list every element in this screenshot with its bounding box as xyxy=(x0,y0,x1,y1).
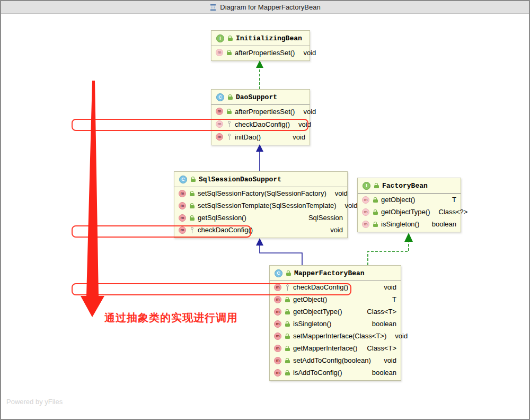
window-title: Diagram for MapperFactoryBean xyxy=(220,3,320,11)
public-lock-icon xyxy=(285,296,290,303)
class-name: FactoryBean xyxy=(382,182,428,190)
method-row[interactable]: m checkDaoConfig() void xyxy=(211,118,310,130)
method-name: getSqlSession() xyxy=(198,214,246,222)
method-return-type: void xyxy=(325,226,343,234)
method-icon: m xyxy=(274,332,281,340)
method-row[interactable]: m getObjectType() Class<?> xyxy=(358,206,461,218)
method-name: checkDaoConfig() xyxy=(293,283,348,291)
method-row[interactable]: m checkDaoConfig() void xyxy=(174,224,347,236)
method-row[interactable]: m getObject() T xyxy=(270,293,401,305)
class-header[interactable]: C DaoSupport xyxy=(211,90,310,105)
window-title-bar[interactable]: Diagram for MapperFactoryBean xyxy=(1,1,529,14)
method-icon: m xyxy=(216,108,223,115)
method-icon: m xyxy=(216,120,223,128)
method-row[interactable]: m isSingleton() boolean xyxy=(270,318,401,330)
method-row[interactable]: m getObjectType() Class<T> xyxy=(270,305,401,318)
method-row[interactable]: m setMapperInterface(Class<T>) void xyxy=(270,330,401,342)
method-name: setSqlSessionFactory(SqlSessionFactory) xyxy=(198,189,326,197)
method-row[interactable]: m setAddToConfig(boolean) void xyxy=(270,354,401,366)
method-name: setMapperInterface(Class<T>) xyxy=(293,332,386,340)
method-return-type: Class<T> xyxy=(361,308,396,316)
class-header[interactable]: C SqlSessionDaoSupport xyxy=(174,172,347,187)
method-name: getObject() xyxy=(381,196,415,204)
method-return-type: void xyxy=(390,332,408,340)
method-row[interactable]: m checkDaoConfig() void xyxy=(270,281,401,293)
class-node-factorybean[interactable]: I FactoryBean m getObject() T m getObjec… xyxy=(357,178,461,232)
method-icon: m xyxy=(274,357,281,364)
method-name: setAddToConfig(boolean) xyxy=(293,356,371,364)
method-return-type: T xyxy=(447,196,456,204)
method-icon: m xyxy=(179,202,186,209)
method-icon: m xyxy=(274,345,281,352)
protected-key-icon xyxy=(285,284,290,291)
interface-icon: I xyxy=(216,34,224,42)
method-row[interactable]: m initDao() void xyxy=(211,130,310,143)
class-icon: C xyxy=(179,176,187,183)
public-lock-icon xyxy=(285,309,290,315)
class-name: InitializingBean xyxy=(236,34,302,42)
method-return-type: void xyxy=(298,49,316,57)
method-icon: m xyxy=(179,226,186,234)
method-row[interactable]: m setSqlSessionFactory(SqlSessionFactory… xyxy=(174,187,347,199)
public-lock-icon xyxy=(285,333,290,339)
method-return-type: boolean xyxy=(427,220,456,228)
method-return-type: void xyxy=(293,120,311,128)
method-name: afterPropertiesSet() xyxy=(235,49,295,57)
method-icon: m xyxy=(274,296,281,303)
public-lock-icon xyxy=(373,209,378,215)
method-icon: m xyxy=(216,133,223,141)
method-row[interactable]: m isSingleton() boolean xyxy=(358,218,461,230)
method-icon: m xyxy=(274,308,281,316)
method-row[interactable]: m getMapperInterface() Class<T> xyxy=(270,342,401,354)
class-header[interactable]: I FactoryBean xyxy=(358,178,461,194)
class-node-daosupport[interactable]: C DaoSupport m afterPropertiesSet() void… xyxy=(211,89,310,145)
diagram-icon xyxy=(209,4,217,11)
public-lock-icon xyxy=(189,203,195,209)
method-row[interactable]: m getSqlSession() SqlSession xyxy=(174,212,347,224)
method-icon: m xyxy=(179,190,186,197)
method-name: getObjectType() xyxy=(293,308,342,316)
method-name: afterPropertiesSet() xyxy=(235,108,295,116)
method-name: isSingleton() xyxy=(293,320,331,328)
public-lock-icon xyxy=(285,321,290,327)
method-row[interactable]: m setSqlSessionTemplate(SqlSessionTempla… xyxy=(174,199,347,212)
method-name: checkDaoConfig() xyxy=(198,226,253,234)
public-lock-icon xyxy=(286,270,291,276)
method-icon: m xyxy=(274,284,281,291)
class-header[interactable]: I InitializingBean xyxy=(211,31,310,46)
method-return-type: T xyxy=(387,295,396,303)
method-name: setSqlSessionTemplate(SqlSessionTemplate… xyxy=(198,202,337,209)
protected-key-icon xyxy=(226,134,232,140)
public-lock-icon xyxy=(373,221,378,228)
method-icon: m xyxy=(362,196,369,204)
class-icon: C xyxy=(216,93,224,101)
public-lock-icon xyxy=(227,35,233,41)
method-row[interactable]: m afterPropertiesSet() void xyxy=(211,105,310,118)
class-node-initializingbean[interactable]: I InitializingBean m afterPropertiesSet(… xyxy=(211,30,310,61)
method-name: initDao() xyxy=(235,133,261,141)
method-name: isAddToConfig() xyxy=(293,369,342,377)
method-name: getObjectType() xyxy=(381,208,430,216)
class-name: SqlSessionDaoSupport xyxy=(199,176,281,183)
class-node-mapperfactorybean[interactable]: C MapperFactoryBean m checkDaoConfig() v… xyxy=(269,265,401,381)
method-return-type: boolean xyxy=(367,369,396,377)
public-lock-icon xyxy=(227,94,233,100)
public-lock-icon xyxy=(189,215,195,221)
method-icon: m xyxy=(362,221,369,228)
method-return-type: void xyxy=(340,202,358,209)
method-row[interactable]: m isAddToConfig() boolean xyxy=(270,366,401,379)
method-return-type: SqlSession xyxy=(303,214,343,222)
class-header[interactable]: C MapperFactoryBean xyxy=(270,266,401,281)
method-icon: m xyxy=(362,208,369,216)
method-row[interactable]: m getObject() T xyxy=(358,194,461,206)
method-return-type: void xyxy=(298,108,316,116)
public-lock-icon xyxy=(285,345,290,352)
public-lock-icon xyxy=(189,190,195,197)
method-icon: m xyxy=(274,320,281,328)
method-return-type: Class<T> xyxy=(361,344,396,352)
method-row[interactable]: m afterPropertiesSet() void xyxy=(211,46,310,59)
powered-by-watermark: Powered by yFiles xyxy=(6,398,63,406)
public-lock-icon xyxy=(285,370,290,376)
class-node-sqlsessiondaosupport[interactable]: C SqlSessionDaoSupport m setSqlSessionFa… xyxy=(174,171,348,238)
method-icon: m xyxy=(216,49,223,56)
